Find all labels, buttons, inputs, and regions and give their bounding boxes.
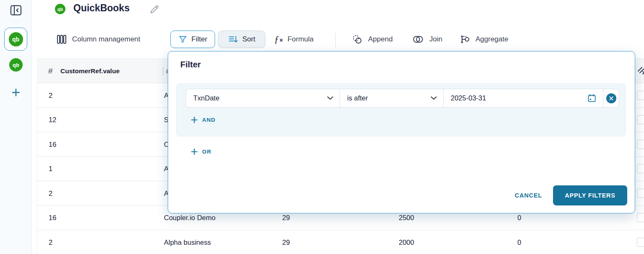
cell-customerref-value: 2 xyxy=(49,238,52,246)
append-button[interactable]: Append xyxy=(351,31,393,48)
filter-condition-row: TxnDate is after 2025-03-31 xyxy=(186,89,619,108)
sort-label: Sort xyxy=(242,35,255,44)
formula-label: Formula xyxy=(288,35,314,44)
field-select-value: TxnDate xyxy=(193,94,219,102)
field-select[interactable]: TxnDate xyxy=(186,89,340,107)
filter-button[interactable]: Filter xyxy=(170,31,215,48)
cell-col5: 0 xyxy=(517,238,521,246)
cell-col5: 0 xyxy=(517,214,521,222)
cell-customer-name: Coupler.io Demo xyxy=(164,214,216,222)
cell-col4: 2000 xyxy=(399,238,414,246)
filter-funnel-icon xyxy=(178,35,187,44)
quickbooks-icon: qb xyxy=(13,62,19,68)
column-resize-handle[interactable] xyxy=(163,67,164,75)
sort-button[interactable]: Sort xyxy=(218,31,265,48)
append-icon xyxy=(351,34,363,45)
add-or-condition-button[interactable]: OR xyxy=(191,149,211,155)
row-checkbox[interactable] xyxy=(637,140,644,149)
chevron-down-icon xyxy=(431,96,437,100)
dialog-title: Filter xyxy=(180,60,201,69)
remove-condition-segment xyxy=(603,89,619,107)
dialog-footer: CANCEL APPLY FILTERS xyxy=(515,185,627,205)
formula-fx-icon: ƒ× xyxy=(274,35,283,44)
apply-filters-button[interactable]: APPLY FILTERS xyxy=(553,185,627,205)
plus-icon xyxy=(191,117,197,123)
column-header-customerref-value[interactable]: CustomerRef.value xyxy=(60,67,119,75)
column-management-button[interactable]: Column management xyxy=(56,31,140,48)
date-value-input[interactable]: 2025-03-31 xyxy=(444,89,603,107)
quickbooks-icon: qb xyxy=(9,32,23,46)
page-title: QuickBooks xyxy=(73,3,130,14)
calendar-icon[interactable] xyxy=(587,93,597,103)
exclude-rows-column-icon xyxy=(636,66,644,77)
add-and-condition-button[interactable]: AND xyxy=(191,117,216,123)
add-source-button[interactable] xyxy=(11,87,21,97)
date-value: 2025-03-31 xyxy=(451,94,486,102)
row-checkbox[interactable] xyxy=(637,115,644,124)
row-checkbox[interactable] xyxy=(637,213,644,222)
column-management-label: Column management xyxy=(72,35,140,44)
edit-title-button[interactable] xyxy=(148,3,160,15)
aggregate-icon xyxy=(460,34,470,44)
or-label: OR xyxy=(202,149,211,155)
sidebar: qb qb xyxy=(0,0,32,254)
sidebar-item-quickbooks-selected[interactable]: qb xyxy=(4,28,27,51)
remove-condition-button[interactable] xyxy=(606,93,616,103)
join-icon xyxy=(412,34,424,44)
row-checkbox[interactable] xyxy=(637,164,644,173)
filter-condition-group: TxnDate is after 2025-03-31 xyxy=(176,83,626,136)
append-label: Append xyxy=(368,35,393,44)
filter-label: Filter xyxy=(192,35,208,44)
aggregate-label: Aggregate xyxy=(475,35,508,44)
row-checkbox[interactable] xyxy=(637,91,644,100)
columns-icon xyxy=(56,34,67,44)
cell-customer-name: Alpha business xyxy=(164,238,211,246)
cell-col4: 2500 xyxy=(399,214,414,222)
cell-col3: 29 xyxy=(282,238,290,246)
cell-customerref-value: 16 xyxy=(49,140,56,148)
quickbooks-logo: qb xyxy=(55,4,65,14)
collapse-panel-icon xyxy=(9,4,23,17)
row-checkbox[interactable] xyxy=(637,238,644,247)
plus-icon xyxy=(191,149,197,155)
chevron-down-icon xyxy=(327,96,333,100)
sort-icon xyxy=(228,35,238,44)
row-checkbox[interactable] xyxy=(637,189,644,198)
operator-select-value: is after xyxy=(347,94,368,102)
and-label: AND xyxy=(202,117,216,123)
cell-customerref-value: 2 xyxy=(49,91,52,99)
table-row: 2 Alpha business 29 2000 0 xyxy=(37,230,644,254)
close-icon xyxy=(609,96,613,100)
toolbar-divider xyxy=(335,33,336,47)
cell-customerref-value: 12 xyxy=(49,116,56,124)
operator-select[interactable]: is after xyxy=(340,89,444,107)
plus-icon xyxy=(11,87,21,97)
cell-col3: 29 xyxy=(282,214,290,222)
filter-dialog: Filter TxnDate is after 2025-03-31 xyxy=(168,51,635,213)
aggregate-button[interactable]: Aggregate xyxy=(460,31,508,48)
sidebar-item-quickbooks-2[interactable]: qb xyxy=(9,58,23,72)
cell-customerref-value: 1 xyxy=(49,165,52,173)
join-label: Join xyxy=(429,35,442,44)
cell-customerref-value: 16 xyxy=(49,214,56,222)
cancel-button[interactable]: CANCEL xyxy=(515,192,542,199)
formula-button[interactable]: ƒ× Formula xyxy=(274,31,314,48)
join-button[interactable]: Join xyxy=(412,31,442,48)
collapse-sidebar-button[interactable] xyxy=(9,4,23,17)
number-type-icon: # xyxy=(48,67,53,76)
pencil-icon xyxy=(148,3,160,15)
app-window: qb qb qb QuickBooks xyxy=(0,0,644,254)
cell-customerref-value: 2 xyxy=(49,189,52,197)
